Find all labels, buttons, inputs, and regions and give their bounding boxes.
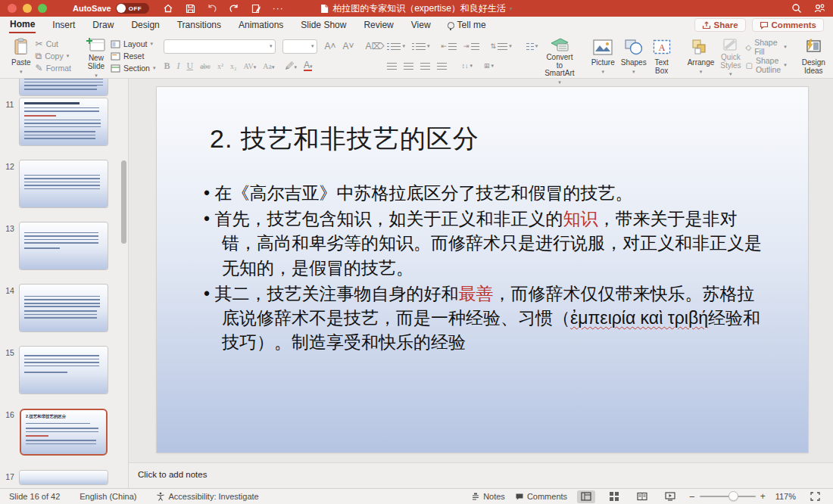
section-button[interactable]: Section ▾ xyxy=(111,62,156,74)
tell-me-control[interactable]: Tell me xyxy=(448,20,486,30)
tab-animations[interactable]: Animations xyxy=(238,17,284,33)
decrease-indent-icon[interactable]: ⇤ xyxy=(441,42,457,50)
shape-outline-button[interactable]: ▢Shape Outline ▾ xyxy=(745,59,786,71)
presence-icon[interactable] xyxy=(814,3,825,14)
thumbnail-slide-11[interactable]: 11 xyxy=(0,98,129,145)
layout-button[interactable]: Layout ▾ xyxy=(111,38,156,50)
tab-design[interactable]: Design xyxy=(130,17,160,33)
zoom-out-icon[interactable]: − xyxy=(689,491,695,502)
thumbnail-scrollbar[interactable] xyxy=(121,160,126,244)
fit-to-window-icon[interactable] xyxy=(806,490,824,503)
cut-button[interactable]: ✂Cut xyxy=(36,38,71,50)
highlight-color-icon[interactable]: 🖉▾ xyxy=(285,61,297,71)
thumbnail-slide-14[interactable]: 14 xyxy=(0,285,129,331)
save-icon[interactable] xyxy=(185,3,196,14)
text-direction-button[interactable]: ↕↓▾ xyxy=(461,62,473,70)
tab-review[interactable]: Review xyxy=(363,17,394,33)
slide-bullet-3[interactable]: 其二，技艺关注事物自身的好和最善，而修辞术仅仅带来快乐。苏格拉底说修辞术不是技艺… xyxy=(204,282,770,355)
shape-fill-button[interactable]: ◇Shape Fill ▾ xyxy=(745,41,786,53)
justify-icon[interactable] xyxy=(437,63,447,70)
slide-bullet-1[interactable]: 在《高尔吉亚》中苏格拉底区分了技艺和假冒的技艺。 xyxy=(204,181,770,205)
picture-button[interactable]: Picture ▾ xyxy=(588,36,618,76)
increase-font-icon[interactable]: A˄ xyxy=(324,41,335,51)
thumbnail-slide-10-partial[interactable] xyxy=(0,79,129,95)
accessibility-status[interactable]: Accessibility: Investigate xyxy=(156,492,258,501)
text-box-button[interactable]: A TextBox xyxy=(650,36,674,76)
home-icon[interactable] xyxy=(163,3,174,14)
subscript-button[interactable]: x₂ xyxy=(230,62,237,70)
zoom-slider-thumb[interactable] xyxy=(728,491,738,501)
reading-view-button[interactable] xyxy=(633,490,651,503)
align-left-icon[interactable] xyxy=(387,63,397,70)
font-name-combo[interactable]: ▾ xyxy=(164,39,276,54)
document-title-area[interactable]: 柏拉图的专家知识（expertise）和良好生活 ▾ xyxy=(320,0,513,17)
change-case-button[interactable]: Aa▾ xyxy=(263,62,274,70)
arrange-button[interactable]: Arrange ▾ xyxy=(685,36,718,76)
zoom-in-icon[interactable]: + xyxy=(760,491,766,502)
slideshow-view-button[interactable] xyxy=(661,490,679,503)
thumbnail-slide-15[interactable]: 15 xyxy=(0,347,129,394)
font-color-icon[interactable]: A▾ xyxy=(304,61,313,71)
increase-indent-icon[interactable]: ⇥ xyxy=(463,42,479,50)
zoom-window-button[interactable] xyxy=(38,4,47,13)
slide-bullet-2[interactable]: 首先，技艺包含知识，如关于正义和非正义的知识，带来关于是非对错，高尚和卑劣等的知… xyxy=(204,207,770,280)
slide-editing-area[interactable]: 2. 技艺和非技艺的区分 在《高尔吉亚》中苏格拉底区分了技艺和假冒的技艺。 首先… xyxy=(129,79,833,462)
paste-button[interactable]: Paste ▾ xyxy=(8,36,34,76)
format-painter-icon[interactable] xyxy=(251,3,262,14)
underline-button[interactable]: U xyxy=(186,61,193,72)
shapes-button[interactable]: Shapes ▾ xyxy=(618,36,650,76)
notes-toggle-button[interactable]: Notes xyxy=(471,492,505,501)
decrease-font-icon[interactable]: A˅ xyxy=(342,41,354,51)
align-text-button[interactable]: ⊞▾ xyxy=(484,62,494,70)
quick-styles-button[interactable]: QuickStyles ▾ xyxy=(717,36,744,76)
italic-button[interactable]: I xyxy=(176,61,179,72)
tab-slideshow[interactable]: Slide Show xyxy=(300,17,347,33)
comments-button[interactable]: Comments xyxy=(752,18,824,32)
thumbnail-slide-13[interactable]: 13 xyxy=(0,222,129,269)
close-window-button[interactable] xyxy=(8,4,17,13)
columns-button[interactable]: ▾ xyxy=(526,43,538,50)
share-button[interactable]: Share xyxy=(694,18,746,32)
thumbnail-slide-12[interactable]: 12 xyxy=(0,160,129,207)
comments-toggle-button[interactable]: Comments xyxy=(515,492,567,501)
reset-button[interactable]: Reset xyxy=(111,50,156,62)
bold-button[interactable]: B xyxy=(164,61,170,72)
redo-icon[interactable] xyxy=(229,3,240,14)
zoom-slider-track[interactable] xyxy=(700,496,756,497)
zoom-slider[interactable]: − + xyxy=(689,491,766,502)
font-size-combo[interactable]: ▾ xyxy=(282,39,317,54)
new-slide-button[interactable]: New Slide ▾ xyxy=(83,36,109,76)
notes-placeholder[interactable]: Click to add notes xyxy=(138,470,207,479)
numbering-button[interactable]: ▾ xyxy=(412,43,430,50)
undo-icon[interactable] xyxy=(207,3,218,14)
search-icon[interactable] xyxy=(791,3,802,14)
tab-draw[interactable]: Draw xyxy=(92,17,114,33)
notes-pane[interactable]: Click to add notes xyxy=(129,462,833,488)
design-ideas-button[interactable]: DesignIdeas xyxy=(799,36,828,76)
tab-transitions[interactable]: Transitions xyxy=(176,17,222,33)
more-commands-icon[interactable]: ··· xyxy=(273,3,284,14)
thumbnail-slide-16[interactable]: 16 2.技艺和非技艺的区分 xyxy=(0,409,129,456)
line-spacing-button[interactable]: ⇅▾ xyxy=(491,42,512,50)
language-indicator[interactable]: English (China) xyxy=(80,492,136,501)
tab-home[interactable]: Home xyxy=(9,17,36,33)
character-spacing-button[interactable]: AV▾ xyxy=(244,62,257,70)
format-painter-button[interactable]: ✎Format xyxy=(36,62,71,74)
minimize-window-button[interactable] xyxy=(23,4,32,13)
autosave-toggle[interactable]: OFF xyxy=(116,3,149,14)
align-center-icon[interactable] xyxy=(404,63,413,70)
slide-body-text[interactable]: 在《高尔吉亚》中苏格拉底区分了技艺和假冒的技艺。 首先，技艺包含知识，如关于正义… xyxy=(204,181,770,356)
superscript-button[interactable]: x² xyxy=(217,62,223,70)
thumbnail-slide-17-partial[interactable]: 17 xyxy=(0,471,129,484)
slide-canvas[interactable]: 2. 技艺和非技艺的区分 在《高尔吉亚》中苏格拉底区分了技艺和假冒的技艺。 首先… xyxy=(157,87,808,453)
clear-formatting-icon[interactable]: A⌦ xyxy=(365,41,384,51)
zoom-level[interactable]: 117% xyxy=(775,492,796,501)
slide-sorter-view-button[interactable] xyxy=(605,490,623,503)
slide-title[interactable]: 2. 技艺和非技艺的区分 xyxy=(210,122,479,157)
bullets-button[interactable]: ▾ xyxy=(387,43,405,50)
normal-view-button[interactable] xyxy=(577,490,595,503)
convert-to-smartart-button[interactable]: Convert toSmartArt ▾ xyxy=(541,36,577,76)
copy-button[interactable]: ⧉Copy ▾ xyxy=(36,50,71,62)
strikethrough-button[interactable]: abc xyxy=(200,62,211,70)
align-right-icon[interactable] xyxy=(420,63,430,70)
